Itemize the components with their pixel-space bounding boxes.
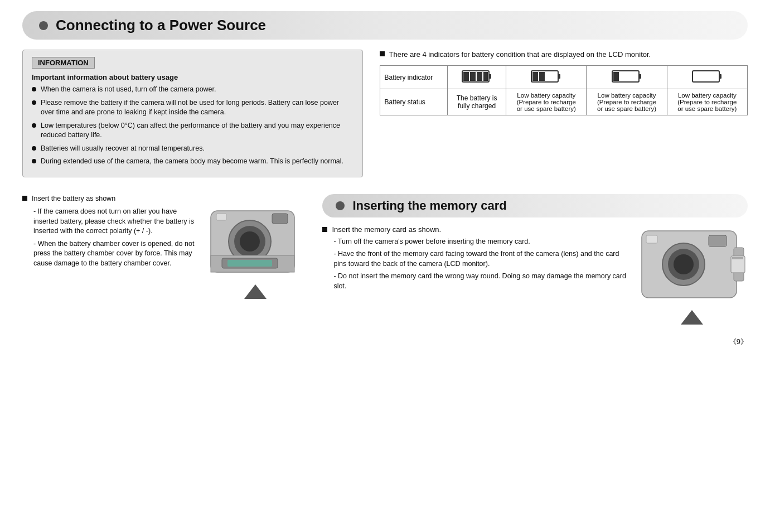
memory-camera-svg xyxy=(636,225,748,309)
svg-rect-30 xyxy=(646,235,657,243)
list-item: Low temperatures (below 0°C) can affect … xyxy=(32,121,353,141)
list-item-text: During extended use of the camera, the c… xyxy=(41,157,343,167)
list-item-text: Low temperatures (below 0°C) can affect … xyxy=(41,121,353,141)
svg-rect-9 xyxy=(539,72,545,81)
battery-icon-full xyxy=(448,66,506,89)
square-bullet-icon xyxy=(22,196,27,201)
list-item: Please remove the battery if the camera … xyxy=(32,98,353,118)
battery-insert-main: Insert the battery as shown xyxy=(32,194,115,204)
battery-full-svg xyxy=(462,69,492,84)
battery-camera-visual xyxy=(205,200,306,326)
battery-intro-text: There are 4 indicators for battery condi… xyxy=(389,50,651,60)
battery-insert-text: Insert the battery as shown - If the cam… xyxy=(22,194,200,326)
svg-rect-29 xyxy=(709,235,727,246)
bullet-icon xyxy=(32,159,36,163)
memory-main-bullet: Insert the memory card as shown. xyxy=(322,225,627,234)
svg-rect-19 xyxy=(272,214,288,224)
memory-card-section: Inserting the memory card Insert the mem… xyxy=(322,194,748,326)
memory-sub-3-text: Do not insert the memory card the wrong … xyxy=(333,272,626,290)
battery-status-col2: Low battery capacity(Prepare to recharge… xyxy=(506,89,587,115)
memory-camera-visual xyxy=(636,225,748,326)
list-item: During extended use of the camera, the c… xyxy=(32,157,353,167)
page-title-bar: Connecting to a Power Source xyxy=(22,11,748,40)
table-row-status: Battery status The battery isfully charg… xyxy=(380,89,748,115)
square-bullet-icon xyxy=(322,227,327,232)
battery-icon-one-bar xyxy=(587,66,667,89)
bullet-icon xyxy=(32,146,36,151)
svg-point-18 xyxy=(240,231,260,252)
memory-section-title: Inserting the memory card xyxy=(352,199,506,213)
memory-sub-bullet-1: - Turn off the camera's power before ins… xyxy=(333,237,627,247)
svg-marker-24 xyxy=(244,284,267,299)
page-title: Connecting to a Power Source xyxy=(56,17,266,34)
memory-sub-1-text: Turn off the camera's power before inser… xyxy=(338,238,530,245)
list-item-text: Batteries will usually recover at normal… xyxy=(41,144,205,154)
svg-rect-5 xyxy=(483,72,488,81)
memory-content: Insert the memory card as shown. - Turn … xyxy=(322,225,748,326)
bottom-section: Insert the battery as shown - If the cam… xyxy=(22,194,748,326)
battery-sub-bullet-1: - If the camera does not turn on after y… xyxy=(33,207,200,236)
page-number-text: 《9》 xyxy=(729,337,748,346)
battery-icon-two-bars xyxy=(506,66,587,89)
battery-two-bars-svg xyxy=(531,69,561,84)
list-item: When the camera is not used, turn off th… xyxy=(32,85,353,95)
battery-insert-section: Insert the battery as shown - If the cam… xyxy=(22,194,306,326)
bullet-icon xyxy=(32,100,36,105)
svg-rect-4 xyxy=(477,72,482,81)
info-header: INFORMATION xyxy=(32,57,95,69)
battery-empty-svg xyxy=(692,69,723,84)
battery-status-col3: Low battery capacity(Prepare to recharge… xyxy=(587,89,667,115)
battery-table: Battery indicator xyxy=(380,65,748,115)
title-dot-icon xyxy=(336,201,345,210)
svg-rect-23 xyxy=(227,260,272,267)
insert-arrow-icon xyxy=(241,283,269,300)
battery-intro: There are 4 indicators for battery condi… xyxy=(380,50,748,60)
svg-rect-13 xyxy=(692,71,719,82)
battery-status-col4: Low battery capacity(Prepare to recharge… xyxy=(667,89,747,115)
svg-point-28 xyxy=(674,254,694,274)
table-row-indicator: Battery indicator xyxy=(380,66,748,89)
memory-insert-arrow-icon xyxy=(678,309,706,326)
list-item-text: When the camera is not used, turn off th… xyxy=(41,85,216,95)
information-box: INFORMATION Important information about … xyxy=(22,50,363,177)
info-subtitle: Important information about battery usag… xyxy=(32,73,353,81)
page-number: 《9》 xyxy=(22,337,748,347)
memory-text-block: Insert the memory card as shown. - Turn … xyxy=(322,225,627,326)
memory-main-text: Insert the memory card as shown. xyxy=(332,225,441,234)
battery-sub-2-text: When the battery chamber cover is opened… xyxy=(33,240,194,267)
battery-icon-empty xyxy=(667,66,747,89)
battery-status-label: Battery status xyxy=(380,89,448,115)
memory-section-title-bar: Inserting the memory card xyxy=(322,194,748,217)
battery-sub-1-text: If the camera does not turn on after you… xyxy=(33,207,194,235)
svg-rect-12 xyxy=(613,72,619,81)
list-item: Batteries will usually recover at normal… xyxy=(32,144,353,154)
battery-one-bar-svg xyxy=(612,69,642,84)
battery-sub-bullet-2: - When the battery chamber cover is open… xyxy=(33,239,200,269)
title-dot-icon xyxy=(39,21,48,30)
svg-rect-3 xyxy=(470,72,476,81)
svg-rect-7 xyxy=(558,74,560,79)
info-list: When the camera is not used, turn off th… xyxy=(32,85,353,167)
svg-rect-11 xyxy=(639,74,641,79)
battery-main-bullet: Insert the battery as shown xyxy=(22,194,200,204)
svg-rect-33 xyxy=(732,257,743,259)
bullet-icon xyxy=(32,123,36,128)
svg-rect-20 xyxy=(216,214,226,220)
svg-rect-2 xyxy=(463,72,469,81)
battery-status-col1: The battery isfully charged xyxy=(448,89,506,115)
battery-camera-svg xyxy=(205,200,306,283)
battery-indicator-label: Battery indicator xyxy=(380,66,448,89)
top-section: INFORMATION Important information about … xyxy=(22,50,748,177)
svg-rect-8 xyxy=(532,72,538,81)
svg-rect-14 xyxy=(719,74,721,79)
list-item-text: Please remove the battery if the camera … xyxy=(41,98,353,118)
battery-section: There are 4 indicators for battery condi… xyxy=(380,50,748,177)
bullet-icon xyxy=(32,87,36,91)
svg-rect-1 xyxy=(489,74,491,79)
svg-marker-34 xyxy=(681,310,703,325)
square-bullet-icon xyxy=(380,51,385,56)
memory-sub-2-text: Have the front of the memory card facing… xyxy=(333,250,619,268)
memory-sub-bullet-2: - Have the front of the memory card faci… xyxy=(333,249,627,269)
memory-sub-bullet-3: - Do not insert the memory card the wron… xyxy=(333,272,627,291)
